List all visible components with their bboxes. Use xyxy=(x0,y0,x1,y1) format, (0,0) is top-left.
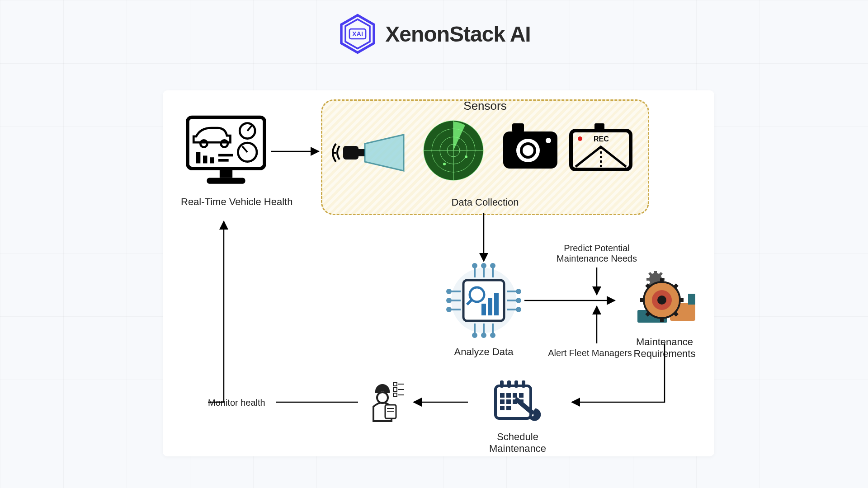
node-vehicle-health: Real-Time Vehicle Health xyxy=(181,113,271,208)
svg-rect-17 xyxy=(207,178,245,184)
label-analyze-data: Analyze Data xyxy=(443,346,524,358)
node-analyze-data: Analyze Data xyxy=(443,262,524,358)
svg-point-49 xyxy=(517,299,520,302)
svg-rect-67 xyxy=(481,304,486,315)
lidar-sensor-icon xyxy=(331,128,408,178)
svg-rect-92 xyxy=(507,380,511,388)
svg-rect-115 xyxy=(393,393,397,397)
svg-point-61 xyxy=(482,333,486,337)
label-data-collection: Data Collection xyxy=(322,197,648,208)
svg-rect-93 xyxy=(514,380,518,388)
svg-point-59 xyxy=(473,333,476,337)
svg-rect-89 xyxy=(688,294,695,305)
svg-rect-16 xyxy=(220,169,232,178)
svg-rect-91 xyxy=(500,380,504,388)
label-predict-needs: Predict Potential Maintenance Needs xyxy=(538,243,656,264)
svg-point-31 xyxy=(516,139,540,162)
svg-rect-29 xyxy=(512,123,524,132)
svg-point-80 xyxy=(657,296,666,305)
svg-point-53 xyxy=(473,264,476,267)
svg-text:XAI: XAI xyxy=(352,30,363,38)
svg-point-43 xyxy=(447,299,451,302)
svg-text:REC: REC xyxy=(594,135,609,143)
svg-rect-11 xyxy=(196,152,200,164)
svg-rect-94 xyxy=(522,380,525,388)
svg-rect-97 xyxy=(513,393,517,398)
svg-point-28 xyxy=(465,155,467,158)
svg-point-45 xyxy=(447,308,451,311)
calendar-wrench-icon xyxy=(493,380,542,425)
diagram-panel: Real-Time Vehicle Health Sensors xyxy=(163,90,714,456)
node-schedule: Schedule Maintenance xyxy=(470,380,565,455)
svg-line-85 xyxy=(646,285,650,288)
svg-point-51 xyxy=(517,308,520,311)
header: XAI XenonStack AI xyxy=(0,14,868,54)
svg-line-8 xyxy=(247,126,251,131)
svg-rect-12 xyxy=(203,155,207,163)
svg-point-107 xyxy=(377,392,388,403)
analyze-chip-icon xyxy=(445,262,522,339)
svg-point-41 xyxy=(447,290,451,293)
svg-point-47 xyxy=(517,290,520,293)
svg-point-6 xyxy=(221,140,228,147)
monitor-icon xyxy=(183,113,269,190)
svg-rect-104 xyxy=(506,406,511,410)
svg-rect-69 xyxy=(494,293,499,315)
svg-rect-13 xyxy=(210,157,214,163)
gear-assembly-icon xyxy=(628,271,701,330)
dashcam-icon: REC xyxy=(503,123,634,178)
svg-rect-113 xyxy=(393,388,397,391)
svg-line-88 xyxy=(674,285,677,288)
label-schedule: Schedule Maintenance xyxy=(470,431,565,455)
diagram-stage: XAI XenonStack AI xyxy=(0,0,868,488)
label-vehicle-health: Real-Time Vehicle Health xyxy=(181,196,271,208)
brand-logo-icon: XAI xyxy=(337,14,378,54)
svg-rect-68 xyxy=(488,298,492,315)
technician-icon xyxy=(362,380,407,425)
sensors-title: Sensors xyxy=(460,99,510,113)
svg-point-36 xyxy=(578,136,582,141)
svg-rect-99 xyxy=(500,399,505,404)
svg-rect-18 xyxy=(343,146,359,160)
label-monitor-health: Monitor health xyxy=(208,398,265,408)
sensors-box: Sensors xyxy=(321,99,649,215)
brand-title: XenonStack AI xyxy=(385,22,530,47)
svg-point-55 xyxy=(482,264,486,267)
radar-icon xyxy=(422,119,485,182)
node-maintenance-req: Maintenance Requirements xyxy=(610,271,719,360)
svg-rect-14 xyxy=(218,154,233,157)
svg-point-5 xyxy=(200,140,207,147)
svg-rect-15 xyxy=(218,159,229,162)
svg-point-63 xyxy=(491,333,495,337)
svg-rect-96 xyxy=(506,393,511,398)
svg-rect-95 xyxy=(500,393,505,398)
svg-rect-111 xyxy=(393,382,397,386)
svg-point-27 xyxy=(443,163,446,165)
svg-line-86 xyxy=(674,312,677,315)
svg-point-33 xyxy=(546,138,551,143)
svg-rect-98 xyxy=(519,393,524,398)
svg-point-57 xyxy=(491,264,495,267)
svg-line-10 xyxy=(242,146,247,152)
svg-rect-19 xyxy=(359,149,365,156)
svg-rect-100 xyxy=(506,399,511,404)
svg-rect-103 xyxy=(500,406,505,410)
label-alert-managers: Alert Fleet Managers xyxy=(538,348,642,358)
svg-line-87 xyxy=(646,312,650,315)
